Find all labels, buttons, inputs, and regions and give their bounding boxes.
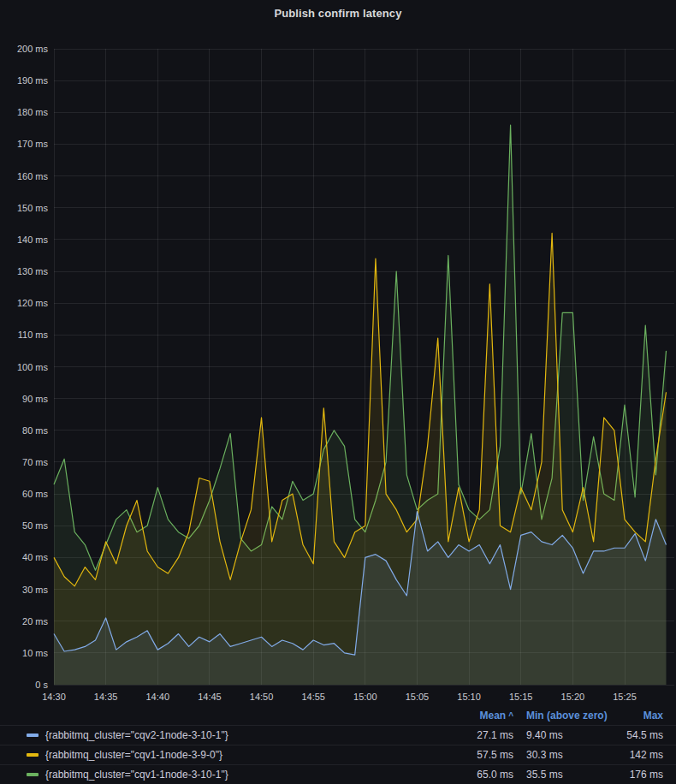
y-tick-label: 100 ms <box>17 362 49 372</box>
x-tick-label: 14:30 <box>42 692 66 702</box>
series-label[interactable]: {rabbitmq_cluster="cqv1-1node-3-9-0"} <box>45 749 222 761</box>
legend-header-mean[interactable]: Mean^ <box>445 710 513 722</box>
y-tick-label: 140 ms <box>17 235 49 245</box>
grafana-panel: Publish confirm latency 0 s10 ms20 ms30 … <box>0 0 676 784</box>
sort-asc-icon: ^ <box>508 711 513 721</box>
legend-table: Mean^ Min (above zero) Max {rabbitmq_clu… <box>0 705 676 784</box>
mean-header-label: Mean <box>479 710 506 722</box>
x-tick-label: 15:15 <box>509 692 533 702</box>
y-tick-label: 120 ms <box>17 298 49 308</box>
legend-header-max[interactable]: Max <box>612 710 663 722</box>
x-tick-label: 14:45 <box>198 692 222 702</box>
y-tick-label: 180 ms <box>17 107 49 117</box>
series-max-value: 54.5 ms <box>612 729 663 741</box>
x-tick-label: 15:20 <box>561 692 585 702</box>
y-tick-label: 90 ms <box>22 394 48 404</box>
latency-time-series-chart[interactable]: 0 s10 ms20 ms30 ms40 ms50 ms60 ms70 ms80… <box>0 0 676 705</box>
series-min-value: 30.3 ms <box>526 749 612 761</box>
series-max-value: 176 ms <box>612 769 663 781</box>
legend-row: {rabbitmq_cluster="cqv1-1node-3-10-1"} 6… <box>0 764 676 784</box>
x-tick-label: 15:10 <box>457 692 481 702</box>
y-tick-label: 110 ms <box>18 330 49 340</box>
x-tick-label: 15:00 <box>353 692 377 702</box>
y-tick-label: 80 ms <box>22 425 48 436</box>
legend-header-min[interactable]: Min (above zero) <box>526 710 612 722</box>
series-label[interactable]: {rabbitmq_cluster="cqv1-1node-3-10-1"} <box>45 769 228 781</box>
x-tick-label: 14:35 <box>94 692 118 702</box>
y-tick-label: 200 ms <box>17 44 49 54</box>
x-tick-label: 14:50 <box>250 692 274 702</box>
y-tick-label: 170 ms <box>17 139 49 149</box>
y-tick-label: 50 ms <box>22 520 48 531</box>
x-tick-label: 15:05 <box>406 692 430 702</box>
series-color-swatch <box>27 753 39 757</box>
y-tick-label: 190 ms <box>17 75 49 86</box>
legend-row: {rabbitmq_cluster="cqv2-1node-3-10-1"} 2… <box>0 725 676 745</box>
x-tick-label: 15:25 <box>613 692 637 702</box>
series-min-value: 9.40 ms <box>526 729 612 741</box>
series-max-value: 142 ms <box>612 749 663 761</box>
y-tick-label: 40 ms <box>22 552 48 562</box>
series-mean-value: 27.1 ms <box>445 729 513 741</box>
y-tick-label: 150 ms <box>17 203 49 213</box>
legend-header-row: Mean^ Min (above zero) Max <box>0 705 676 725</box>
series-mean-value: 57.5 ms <box>445 749 513 761</box>
series-color-swatch <box>27 734 39 737</box>
x-tick-label: 14:55 <box>301 692 325 702</box>
y-tick-label: 10 ms <box>22 648 48 658</box>
y-tick-label: 60 ms <box>22 489 48 499</box>
y-tick-label: 160 ms <box>17 171 49 181</box>
series-min-value: 35.5 ms <box>526 769 612 781</box>
y-tick-label: 130 ms <box>17 266 49 276</box>
legend-row: {rabbitmq_cluster="cqv1-1node-3-9-0"} 57… <box>0 745 676 764</box>
y-tick-label: 70 ms <box>22 457 48 467</box>
y-tick-label: 20 ms <box>22 616 48 627</box>
y-tick-label: 0 s <box>35 680 48 690</box>
y-tick-label: 30 ms <box>22 585 48 595</box>
series-color-swatch <box>27 773 39 776</box>
series-label[interactable]: {rabbitmq_cluster="cqv2-1node-3-10-1"} <box>45 729 228 741</box>
series-mean-value: 65.0 ms <box>445 769 513 781</box>
x-tick-label: 14:40 <box>146 692 170 702</box>
